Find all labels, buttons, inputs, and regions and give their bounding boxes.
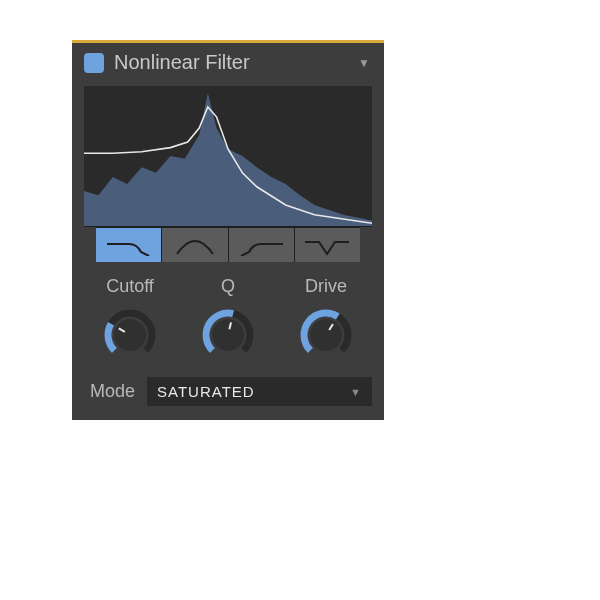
cutoff-knob[interactable] <box>102 307 158 363</box>
filter-tab-highpass[interactable] <box>229 228 294 262</box>
filter-tab-lowpass[interactable] <box>96 228 161 262</box>
notch-icon <box>303 234 351 256</box>
q-label: Q <box>221 276 235 297</box>
q-knob[interactable] <box>200 307 256 363</box>
filter-tab-notch[interactable] <box>295 228 360 262</box>
cutoff-label: Cutoff <box>106 276 154 297</box>
highpass-icon <box>237 234 285 256</box>
filter-type-tabs <box>96 227 360 262</box>
drive-knob[interactable] <box>298 307 354 363</box>
mode-row: Mode SATURATED ▼ <box>90 377 372 406</box>
drive-label: Drive <box>305 276 347 297</box>
svg-point-5 <box>310 319 342 351</box>
bandpass-icon <box>171 234 219 256</box>
drive-control: Drive <box>286 276 366 363</box>
knobs-row: Cutoff Q Drive <box>90 276 366 363</box>
mode-label: Mode <box>90 381 135 402</box>
panel-title: Nonlinear Filter <box>114 51 358 74</box>
q-control: Q <box>188 276 268 363</box>
svg-point-3 <box>212 319 244 351</box>
svg-point-1 <box>114 319 146 351</box>
enable-toggle[interactable] <box>84 53 104 73</box>
cutoff-control: Cutoff <box>90 276 170 363</box>
mode-dropdown[interactable]: SATURATED ▼ <box>147 377 372 406</box>
collapse-icon[interactable]: ▼ <box>358 56 370 70</box>
graph-container <box>84 86 372 262</box>
lowpass-icon <box>105 234 153 256</box>
chevron-down-icon: ▼ <box>350 386 362 398</box>
filter-tab-bandpass[interactable] <box>162 228 227 262</box>
panel-header: Nonlinear Filter ▼ <box>72 43 384 82</box>
filter-response-graph[interactable] <box>84 86 372 227</box>
filter-panel: Nonlinear Filter ▼ <box>72 40 384 420</box>
mode-value: SATURATED <box>157 383 255 400</box>
